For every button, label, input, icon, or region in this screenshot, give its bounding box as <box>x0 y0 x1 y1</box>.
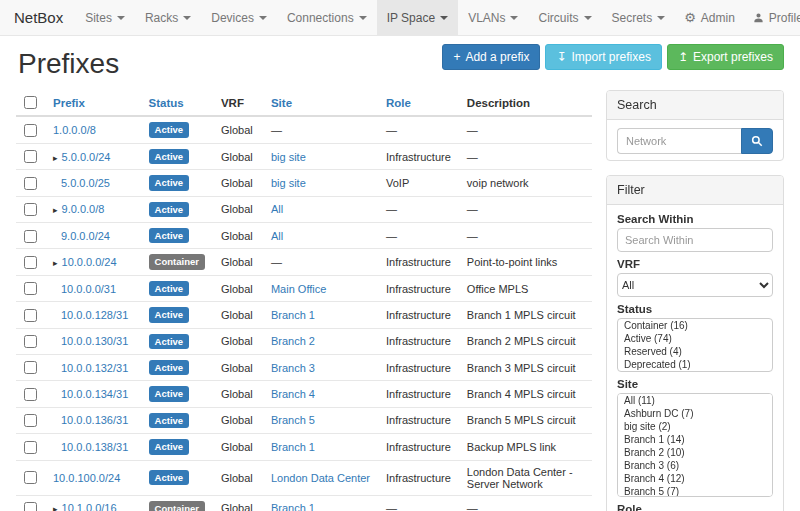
row-checkbox[interactable] <box>24 471 37 484</box>
export-icon: ↥ <box>678 51 688 63</box>
sort-link[interactable]: Status <box>149 97 184 109</box>
site-link[interactable]: Branch 3 <box>271 362 315 374</box>
status-badge: Active <box>149 334 190 349</box>
site-link[interactable]: Main Office <box>271 283 326 295</box>
column-header-status[interactable]: Status <box>141 90 213 116</box>
prefix-link[interactable]: 10.1.0.0/16 <box>62 502 117 511</box>
filter-select-vrf[interactable]: All <box>617 273 773 297</box>
row-checkbox[interactable] <box>24 177 37 190</box>
filter-option[interactable]: Active (74) <box>618 332 772 345</box>
row-checkbox[interactable] <box>24 309 37 322</box>
site-link[interactable]: Branch 5 <box>271 414 315 426</box>
site-link[interactable]: Branch 4 <box>271 388 315 400</box>
site-link[interactable]: Branch 2 <box>271 335 315 347</box>
filter-option[interactable]: Branch 2 (10) <box>618 446 772 459</box>
expand-caret-icon[interactable]: ▸ <box>53 258 58 268</box>
sort-link[interactable]: Prefix <box>53 97 85 109</box>
filter-option[interactable]: Container (16) <box>618 319 772 332</box>
filter-option[interactable]: Ashburn DC (7) <box>618 407 772 420</box>
expand-caret-icon[interactable]: ▸ <box>53 205 58 215</box>
admin-link[interactable]: ⚙Admin <box>675 0 744 35</box>
plus-icon: + <box>453 51 460 63</box>
import-icon: ↧ <box>556 51 566 63</box>
nav-item-vlans[interactable]: VLANs <box>458 0 528 35</box>
filter-list-status[interactable]: Container (16)Active (74)Reserved (4)Dep… <box>617 318 773 372</box>
brand[interactable]: NetBox <box>10 0 75 35</box>
row-checkbox[interactable] <box>24 361 37 374</box>
prefix-link[interactable]: 10.0.0.128/31 <box>61 309 128 321</box>
filter-input-search-within[interactable] <box>617 228 773 252</box>
site-link[interactable]: All <box>271 230 283 242</box>
site-link[interactable]: Branch 1 <box>271 309 315 321</box>
filter-option[interactable]: Branch 5 (7) <box>618 485 772 497</box>
filter-option[interactable]: Branch 3 (6) <box>618 459 772 472</box>
prefix-link[interactable]: 10.0.0.134/31 <box>61 388 128 400</box>
row-checkbox[interactable] <box>24 335 37 348</box>
prefix-link[interactable]: 10.0.0.130/31 <box>61 335 128 347</box>
prefix-link[interactable]: 9.0.0.0/8 <box>62 203 105 215</box>
add-a-prefix-button[interactable]: +Add a prefix <box>442 44 540 70</box>
site-link[interactable]: big site <box>271 151 306 163</box>
search-button[interactable] <box>741 128 773 154</box>
column-label: VRF <box>221 97 244 109</box>
prefix-link[interactable]: 10.0.100.0/24 <box>53 472 120 484</box>
row-checkbox[interactable] <box>24 414 37 427</box>
row-checkbox[interactable] <box>24 150 37 163</box>
nav-item-sites[interactable]: Sites <box>75 0 135 35</box>
nav-item-racks[interactable]: Racks <box>135 0 201 35</box>
prefix-link[interactable]: 10.0.0.136/31 <box>61 414 128 426</box>
button-label: Import prefixes <box>572 50 651 64</box>
filter-label-status: Status <box>617 303 773 315</box>
nav-item-secrets[interactable]: Secrets <box>602 0 676 35</box>
chevron-down-icon <box>183 16 191 20</box>
filter-list-site[interactable]: All (11)Ashburn DC (7)big site (2)Branch… <box>617 393 773 497</box>
nav-item-ip-space[interactable]: IP Space <box>377 0 458 35</box>
chevron-down-icon <box>657 16 665 20</box>
search-input[interactable] <box>617 128 741 154</box>
sort-link[interactable]: Role <box>386 97 411 109</box>
navbar: NetBox SitesRacksDevicesConnectionsIP Sp… <box>0 0 800 36</box>
role-cell: Infrastructure <box>386 414 451 426</box>
column-header-prefix[interactable]: Prefix <box>45 90 141 116</box>
site-link[interactable]: Branch 1 <box>271 441 315 453</box>
filter-option[interactable]: Deprecated (1) <box>618 358 772 371</box>
filter-option[interactable]: big site (2) <box>618 420 772 433</box>
nav-item-connections[interactable]: Connections <box>277 0 377 35</box>
row-checkbox[interactable] <box>24 230 37 243</box>
prefix-link[interactable]: 10.0.0.132/31 <box>61 362 128 374</box>
select-all-checkbox[interactable] <box>24 96 37 109</box>
row-checkbox[interactable] <box>24 282 37 295</box>
row-checkbox[interactable] <box>24 388 37 401</box>
import-prefixes-button[interactable]: ↧Import prefixes <box>545 44 661 70</box>
profile-link[interactable]: Profile <box>744 0 800 35</box>
prefix-link[interactable]: 9.0.0.0/24 <box>61 230 110 242</box>
filter-option[interactable]: Reserved (4) <box>618 345 772 358</box>
sort-link[interactable]: Site <box>271 97 292 109</box>
filter-option[interactable]: Branch 4 (12) <box>618 472 772 485</box>
export-prefixes-button[interactable]: ↥Export prefixes <box>667 44 784 70</box>
nav-item-circuits[interactable]: Circuits <box>528 0 601 35</box>
prefix-link[interactable]: 10.0.0.0/31 <box>61 283 116 295</box>
filter-option[interactable]: Branch 1 (14) <box>618 433 772 446</box>
nav-item-devices[interactable]: Devices <box>201 0 277 35</box>
prefix-link[interactable]: 5.0.0.0/25 <box>61 177 110 189</box>
button-label: Add a prefix <box>465 50 529 64</box>
filter-option[interactable]: All (11) <box>618 394 772 407</box>
row-checkbox[interactable] <box>24 124 37 137</box>
row-checkbox[interactable] <box>24 441 37 454</box>
row-checkbox[interactable] <box>24 203 37 216</box>
column-header-site[interactable]: Site <box>263 90 378 116</box>
column-header-role[interactable]: Role <box>378 90 459 116</box>
row-checkbox[interactable] <box>24 256 37 269</box>
site-link[interactable]: All <box>271 203 283 215</box>
prefix-link[interactable]: 1.0.0.0/8 <box>53 124 96 136</box>
expand-caret-icon[interactable]: ▸ <box>53 504 58 511</box>
site-link[interactable]: Branch 1 <box>271 502 315 511</box>
prefix-link[interactable]: 10.0.0.138/31 <box>61 441 128 453</box>
site-link[interactable]: London Data Center <box>271 472 370 484</box>
prefix-link[interactable]: 5.0.0.0/24 <box>62 151 111 163</box>
expand-caret-icon[interactable]: ▸ <box>53 153 58 163</box>
site-link[interactable]: big site <box>271 177 306 189</box>
prefix-link[interactable]: 10.0.0.0/24 <box>62 256 117 268</box>
row-checkbox[interactable] <box>24 502 37 511</box>
